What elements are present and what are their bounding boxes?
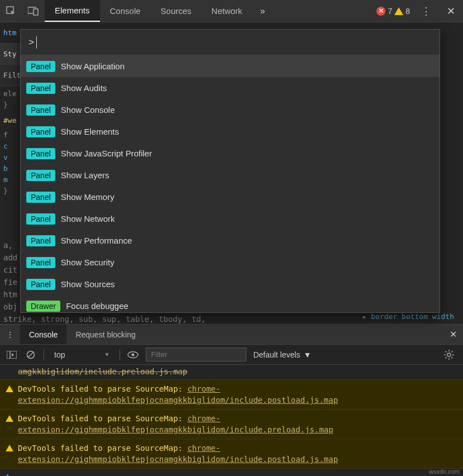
tab-label: Network: [212, 6, 242, 16]
command-item[interactable]: PanelShow Application: [21, 55, 440, 77]
spacer: [273, 0, 374, 22]
command-label: Show Application: [61, 61, 125, 71]
drawer-menu-button[interactable]: ⋮: [0, 325, 20, 344]
tab-label: Elements: [55, 6, 90, 15]
live-expression-icon[interactable]: [127, 349, 139, 361]
console-message-text: DevTools failed to parse SourceMap: chro…: [18, 413, 457, 435]
command-label: Show Memory: [61, 192, 114, 202]
console-settings-icon[interactable]: [444, 350, 454, 360]
command-label: Show Network: [61, 214, 115, 223]
drawer: ⋮ Console Request blocking ✕ top ▼ Defau…: [0, 324, 463, 476]
command-label: Show Elements: [61, 127, 119, 136]
command-input-row[interactable]: >: [21, 30, 440, 55]
warning-icon: [394, 7, 403, 15]
command-item[interactable]: PanelShow Console: [21, 99, 440, 121]
tab-console[interactable]: Console: [100, 0, 151, 22]
tab-sources[interactable]: Sources: [151, 0, 202, 22]
command-label: Show JavaScript Profiler: [61, 149, 152, 158]
command-item[interactable]: PanelShow JavaScript Profiler: [21, 142, 440, 164]
chevron-down-icon: ▼: [104, 351, 109, 358]
tab-elements[interactable]: Elements: [45, 0, 100, 22]
kebab-icon: ⋮: [421, 5, 431, 17]
command-item[interactable]: PanelShow Audits: [21, 77, 440, 99]
divider: [44, 349, 44, 360]
warning-count: 8: [405, 7, 410, 16]
command-item[interactable]: PanelShow Sources: [21, 273, 440, 295]
command-label: Show Security: [61, 258, 114, 267]
drawer-tab-request-blocking[interactable]: Request blocking: [66, 325, 144, 344]
command-item[interactable]: DrawerFocus debuggee: [21, 295, 440, 312]
console-sidebar-toggle-icon[interactable]: [6, 349, 18, 361]
context-label: top: [54, 350, 65, 359]
command-item[interactable]: PanelShow Memory: [21, 186, 440, 208]
console-warning-row: DevTools failed to parse SourceMap: chro…: [0, 439, 463, 469]
panel-pill: Panel: [26, 192, 55, 203]
clear-console-icon[interactable]: [25, 349, 37, 361]
panel-pill: Panel: [26, 170, 55, 181]
command-item[interactable]: PanelShow Layers: [21, 164, 440, 186]
close-icon: ✕: [450, 329, 457, 340]
svg-line-14: [446, 351, 447, 352]
tab-network[interactable]: Network: [202, 0, 252, 22]
sourcemap-link[interactable]: amgkkbiglidom/include.preload.js.map: [18, 367, 187, 376]
prompt-glyph: >: [28, 37, 34, 48]
tab-label: Sources: [161, 6, 192, 16]
more-tabs-button[interactable]: »: [252, 0, 273, 22]
panel-pill: Panel: [26, 235, 55, 246]
filter-input[interactable]: [146, 348, 246, 361]
command-item[interactable]: PanelShow Network: [21, 208, 440, 230]
tab-label: Request blocking: [75, 330, 135, 339]
execution-context-selector[interactable]: top ▼: [51, 349, 113, 360]
console-toolbar: top ▼ Default levels ▼: [0, 345, 463, 365]
command-label: Focus debuggee: [66, 301, 128, 311]
svg-line-17: [451, 351, 452, 352]
panel-pill: Panel: [26, 257, 55, 268]
command-label: Show Layers: [61, 170, 109, 180]
panel-pill: Panel: [26, 61, 55, 72]
devtools-top-bar: Elements Console Sources Network » ✕ 7 8…: [0, 0, 463, 22]
console-filter-field[interactable]: [146, 348, 246, 361]
command-item[interactable]: PanelShow Performance: [21, 230, 440, 251]
drawer-pill: Drawer: [26, 301, 60, 312]
command-item[interactable]: PanelShow Elements: [21, 121, 440, 142]
divider: [120, 349, 120, 360]
panel-pill: Panel: [26, 279, 55, 290]
settings-menu-button[interactable]: ⋮: [413, 0, 439, 22]
panel-pill: Panel: [26, 126, 55, 137]
close-devtools-button[interactable]: ✕: [439, 0, 463, 22]
svg-point-8: [132, 353, 135, 356]
drawer-tab-console[interactable]: Console: [20, 325, 66, 344]
console-messages: amgkkbiglidom/include.preload.js.mapDevT…: [0, 365, 463, 476]
command-item[interactable]: PanelShow Security: [21, 251, 440, 273]
levels-label: Default levels: [253, 350, 300, 359]
tab-label: Console: [110, 6, 141, 16]
log-levels-selector[interactable]: Default levels ▼: [253, 350, 311, 359]
command-list: PanelShow ApplicationPanelShow AuditsPan…: [21, 55, 440, 312]
inspect-element-icon[interactable]: [0, 0, 22, 22]
chevron-down-icon: ▼: [303, 350, 311, 359]
error-count: 7: [388, 7, 392, 16]
panel-pill: Panel: [26, 213, 55, 225]
issue-counter[interactable]: ✕ 7 8: [373, 0, 413, 22]
chevron-right-double-icon: »: [260, 6, 265, 16]
console-warning-row: DevTools failed to parse SourceMap: chro…: [0, 410, 463, 439]
text-cursor: [36, 36, 37, 49]
close-icon: ✕: [447, 5, 455, 17]
error-icon: ✕: [376, 7, 385, 16]
command-label: Show Performance: [61, 236, 132, 245]
svg-rect-2: [34, 9, 38, 15]
panel-pill: Panel: [26, 104, 55, 116]
drawer-close-button[interactable]: ✕: [443, 325, 463, 344]
command-label: Show Audits: [61, 83, 107, 93]
device-toolbar-icon[interactable]: [22, 0, 45, 22]
svg-line-6: [28, 352, 34, 358]
tab-label: Console: [29, 330, 58, 339]
warning-icon: [6, 385, 13, 392]
svg-point-9: [447, 353, 451, 356]
console-prompt[interactable]: ❯: [0, 469, 463, 476]
panel-pill: Panel: [26, 83, 55, 94]
console-message-text: DevTools failed to parse SourceMap: chro…: [18, 442, 457, 465]
warning-icon: [6, 415, 13, 422]
panel-pill: Panel: [26, 148, 55, 159]
svg-line-16: [446, 357, 447, 358]
